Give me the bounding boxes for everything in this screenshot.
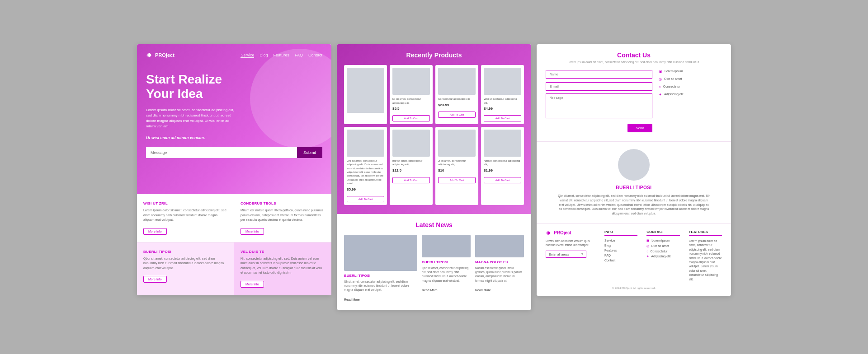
profile-section: BUERLI TIPOSI Qbr sit amet, consectetur … xyxy=(537,142,731,224)
footer-col-features-title: FEATURES xyxy=(689,230,722,236)
footer-link-features[interactable]: Features xyxy=(604,249,637,252)
news-img-1 xyxy=(344,235,417,271)
product-desc-4: Wisi sit sectuetur adipiscing elit, xyxy=(484,97,521,105)
info-text-2: Olor sit amet xyxy=(664,77,682,81)
feature-btn-1[interactable]: More Info xyxy=(143,228,167,235)
feature-title-2: CONDERUS TEOLS xyxy=(241,201,325,205)
read-more-3[interactable]: Read More xyxy=(475,289,491,292)
feature-btn-3[interactable]: More Info xyxy=(143,276,167,283)
footer-col-features: FEATURES Lorem ipsum dolor sit amet, con… xyxy=(689,230,722,281)
footer-contact-icon-1: ▣ xyxy=(646,239,650,242)
footer-contact-4: ✦ Adipiscing elit xyxy=(646,255,679,258)
product-desc-2: Dr sit amet, consectetur adipiscing elit… xyxy=(392,97,430,105)
email-input[interactable] xyxy=(546,82,652,91)
feature-btn-2[interactable]: More Info xyxy=(241,228,264,235)
send-button[interactable]: Send xyxy=(627,124,652,132)
add-to-cart-4[interactable]: Add To Cart xyxy=(484,115,521,121)
info-text-1: Lorem ipsum xyxy=(665,69,683,74)
contact-section: Contact Us Lorem ipsum dolor sit amet, c… xyxy=(537,44,731,142)
info-icon-3: ○ xyxy=(659,85,661,89)
nav-features[interactable]: Features xyxy=(273,53,289,58)
contact-title: Contact Us xyxy=(546,51,722,59)
contact-body: Send ▣ Lorem ipsum ◎ Olor sit amet ○ Con… xyxy=(546,69,722,132)
footer-col-contact: CONTACT ▣ Lorem ipsum ◎ Olor sit amet ○ … xyxy=(646,230,679,281)
nav-faq[interactable]: FAQ xyxy=(295,53,303,58)
add-to-cart-2[interactable]: Add To Cart xyxy=(392,115,430,121)
product-desc-7: Ji sit amet, consectetur adipiscing elit… xyxy=(438,159,476,167)
product-card-8: Namet, consectetur adipiscing elit, $1.9… xyxy=(481,127,524,205)
contact-info: ▣ Lorem ipsum ◎ Olor sit amet ○ Consecte… xyxy=(659,69,722,132)
info-item-3: ○ Consectetur xyxy=(659,84,722,89)
feature-desc-4: Nit, consectetur adipiscing elit, sed. D… xyxy=(241,256,325,275)
news-title: Latest News xyxy=(344,221,524,228)
news-desc-3: Narum est notare quam littera gothica, q… xyxy=(475,266,524,283)
feature-title-4: VEL DUIS TE xyxy=(241,250,325,254)
news-img-2 xyxy=(422,235,471,257)
logo: PROject xyxy=(146,51,175,59)
hero-form: Submit xyxy=(146,147,322,158)
nav-contact[interactable]: Contact xyxy=(308,53,322,58)
footer-link-contact[interactable]: Contact xyxy=(604,259,637,262)
nav-blog[interactable]: Blog xyxy=(259,53,268,58)
logo-text: PROject xyxy=(155,52,175,58)
read-more-2[interactable]: Read More xyxy=(422,289,438,292)
message-textarea[interactable] xyxy=(546,93,652,118)
footer-col-info: INFO Service Blog Features FAQ Contact xyxy=(604,230,637,281)
info-icon-2: ◎ xyxy=(659,77,662,81)
footer-contact-3: ○ Consectetur xyxy=(646,250,679,253)
name-input[interactable] xyxy=(546,70,652,79)
news-title-2: BUERLI TIPOSI xyxy=(422,260,471,264)
footer-link-service[interactable]: Service xyxy=(604,239,637,242)
product-desc-8: Namet, consectetur adipiscing elit, xyxy=(484,159,521,167)
feature-title-3: BUERLI TIPOSI xyxy=(143,250,227,254)
product-desc-3: Consectutur adipiscing elit xyxy=(438,97,476,101)
footer-top: PROject Ut wisi with ad minim veniam qui… xyxy=(546,230,722,281)
footer-copyright: © 2024 PROject. All rights reserved. xyxy=(546,287,722,289)
footer-contact-2: ◎ Olor sit amet xyxy=(646,244,679,248)
feature-desc-1: Lorem ipsum dolor sit amet, consectetur … xyxy=(143,208,227,223)
product-card-2: Dr sit amet, consectetur adipiscing elit… xyxy=(390,65,433,124)
message-input[interactable] xyxy=(146,147,297,158)
feature-btn-4[interactable]: More Info xyxy=(241,281,264,288)
nav-service[interactable]: Service xyxy=(241,53,254,58)
footer-section: PROject Ut wisi with ad minim veniam qui… xyxy=(537,224,731,296)
submit-button[interactable]: Submit xyxy=(297,147,322,158)
product-price-4: $4.99 xyxy=(484,107,521,111)
nav-links: Service Blog Features FAQ Contact xyxy=(241,53,322,58)
info-item-2: ◎ Olor sit amet xyxy=(659,77,722,81)
info-text-3: Consectetur xyxy=(663,84,680,89)
news-item-1: BUERLI TIPOSI Ulr sit amet, consectetur … xyxy=(344,235,417,303)
footer-logo: PROject xyxy=(546,230,595,236)
add-to-cart-6[interactable]: Add To Cart xyxy=(392,177,430,183)
footer-contact-text-2: Olor sit amet xyxy=(651,244,669,247)
screen1: PROject Service Blog Features FAQ Contac… xyxy=(137,44,331,295)
footer-dropdown[interactable]: Enter all areas ▾ xyxy=(546,251,586,258)
add-to-cart-8[interactable]: Add To Cart xyxy=(484,177,521,183)
feature-cell-4: VEL DUIS TE Nit, consectetur adipiscing … xyxy=(234,242,331,295)
news-grid: BUERLI TIPOSI Ulr sit amet, consectetur … xyxy=(344,235,524,303)
info-item-4: ✦ Adipiscing elit xyxy=(659,92,722,97)
footer-contact-text-3: Consectetur xyxy=(651,250,668,253)
footer-features-text: Lorem ipsum dolor sit amet, consectetur … xyxy=(689,239,722,281)
features-grid: WISI UT ZRIL Lorem ipsum dolor sit amet,… xyxy=(137,194,331,295)
add-to-cart-3[interactable]: Add To Cart xyxy=(438,112,476,118)
news-title-3: MAGNA POLOT EU xyxy=(475,260,524,264)
news-item-3: MAGNA POLOT EU Narum est notare quam lit… xyxy=(475,235,524,303)
screens-container: PROject Service Blog Features FAQ Contac… xyxy=(137,44,731,310)
screen3: Contact Us Lorem ipsum dolor sit amet, c… xyxy=(537,44,731,296)
footer-link-blog[interactable]: Blog xyxy=(604,244,637,247)
hero-section: PROject Service Blog Features FAQ Contac… xyxy=(137,44,331,194)
add-to-cart-7[interactable]: Add To Cart xyxy=(438,177,476,183)
avatar xyxy=(618,149,650,181)
add-to-cart-5[interactable]: Add To Cart xyxy=(347,196,384,202)
info-icon-4: ✦ xyxy=(659,93,662,97)
product-img-6 xyxy=(392,130,430,157)
products-section: Recently Products Dr sit amet, consectet… xyxy=(337,44,531,214)
product-desc-6: Bur sit amet, consectetur adipiscing eli… xyxy=(392,159,430,167)
product-price-2: $5.5 xyxy=(392,107,430,111)
footer-link-faq[interactable]: FAQ xyxy=(604,254,637,257)
product-img-5 xyxy=(347,130,384,157)
contact-form: Send xyxy=(546,69,652,132)
read-more-1[interactable]: Read More xyxy=(344,298,360,301)
product-img-2 xyxy=(392,68,430,95)
